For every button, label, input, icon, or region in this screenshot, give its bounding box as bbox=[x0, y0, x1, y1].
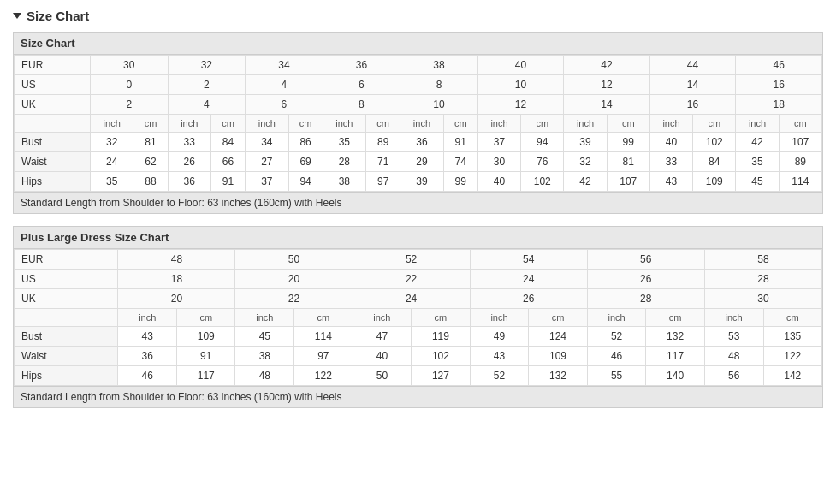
measurement-cm-2-3: 132 bbox=[529, 366, 587, 386]
us-value-7: 14 bbox=[649, 75, 736, 95]
us-value-2: 22 bbox=[353, 270, 470, 289]
measurement-inch-2-1: 48 bbox=[235, 366, 294, 386]
measurement-label-1: Waist bbox=[15, 152, 91, 172]
measurement-inch-0-4: 36 bbox=[400, 133, 443, 152]
measurement-label-1: Waist bbox=[15, 347, 118, 366]
us-row: US182022242628 bbox=[15, 270, 822, 289]
measurement-cm-2-0: 117 bbox=[177, 366, 235, 386]
measurement-inch-2-3: 38 bbox=[323, 172, 365, 192]
measurement-cm-0-0: 109 bbox=[177, 327, 235, 347]
measurement-inch-1-1: 26 bbox=[168, 152, 210, 172]
measurement-inch-1-7: 33 bbox=[649, 152, 692, 172]
measurement-inch-1-0: 36 bbox=[118, 347, 177, 366]
eur-value-6: 42 bbox=[564, 56, 650, 75]
measurement-cm-1-4: 74 bbox=[443, 152, 477, 172]
measurement-inch-2-5: 40 bbox=[477, 172, 520, 192]
measurement-cm-0-5: 94 bbox=[521, 133, 564, 152]
measurement-row-hips: Hips461174812250127521325514056142 bbox=[15, 366, 822, 386]
us-label: US bbox=[15, 270, 118, 289]
measurement-cm-0-4: 91 bbox=[443, 133, 477, 152]
measurement-cm-2-6: 107 bbox=[607, 172, 649, 192]
measurement-cm-1-5: 76 bbox=[521, 152, 564, 172]
measurement-cm-2-5: 102 bbox=[521, 172, 564, 192]
eur-value-2: 52 bbox=[353, 250, 470, 270]
measurement-label-2: Hips bbox=[15, 172, 91, 192]
measurement-cm-1-2: 69 bbox=[288, 152, 323, 172]
page-title: Size Chart bbox=[27, 9, 89, 23]
measurement-inch-0-3: 35 bbox=[323, 133, 365, 152]
measurement-cm-0-2: 119 bbox=[412, 327, 470, 347]
us-value-0: 0 bbox=[90, 75, 168, 95]
measurement-inch-2-4: 55 bbox=[587, 366, 646, 386]
uk-value-3: 26 bbox=[470, 289, 587, 309]
uk-row: UK202224262830 bbox=[15, 289, 822, 309]
uk-value-6: 14 bbox=[564, 95, 650, 115]
us-value-2: 4 bbox=[246, 75, 323, 95]
measurement-cm-0-3: 124 bbox=[529, 327, 587, 347]
eur-value-5: 58 bbox=[704, 250, 821, 270]
measurement-cm-2-7: 109 bbox=[693, 172, 736, 192]
measurement-cm-2-1: 91 bbox=[210, 172, 245, 192]
cm-header-6: cm bbox=[607, 115, 649, 133]
measurement-cm-0-1: 114 bbox=[294, 327, 353, 347]
measurement-label-0: Bust bbox=[15, 327, 118, 347]
eur-value-2: 34 bbox=[246, 56, 323, 75]
measurement-inch-1-2: 40 bbox=[353, 347, 412, 366]
measurement-label-2: Hips bbox=[15, 366, 118, 386]
measurement-inch-1-4: 29 bbox=[400, 152, 443, 172]
measurement-inch-0-5: 53 bbox=[704, 327, 763, 347]
cm-header-1: cm bbox=[294, 309, 353, 327]
measurement-row-waist: Waist3691389740102431094611748122 bbox=[15, 347, 822, 366]
eur-value-1: 32 bbox=[168, 56, 246, 75]
uk-value-0: 20 bbox=[118, 289, 235, 309]
eur-value-5: 40 bbox=[477, 56, 564, 75]
inch-header-0: inch bbox=[90, 115, 133, 133]
measurement-cm-0-4: 132 bbox=[646, 327, 704, 347]
cm-header-3: cm bbox=[529, 309, 587, 327]
inch-header-5: inch bbox=[477, 115, 520, 133]
measurement-inch-0-7: 40 bbox=[649, 133, 692, 152]
measurement-row-bust: Bust431094511447119491245213253135 bbox=[15, 327, 822, 347]
measurement-cm-2-4: 99 bbox=[443, 172, 477, 192]
measurement-inch-0-0: 32 bbox=[90, 133, 133, 152]
measurement-cm-2-2: 94 bbox=[288, 172, 323, 192]
us-value-1: 2 bbox=[168, 75, 246, 95]
uk-value-4: 10 bbox=[400, 95, 478, 115]
measurement-inch-0-0: 43 bbox=[118, 327, 177, 347]
measurement-inch-0-5: 37 bbox=[477, 133, 520, 152]
measurement-inch-0-1: 33 bbox=[168, 133, 210, 152]
measurement-cm-1-2: 102 bbox=[412, 347, 470, 366]
inch-header-4: inch bbox=[587, 309, 646, 327]
inch-header-6: inch bbox=[564, 115, 607, 133]
chevron-down-icon bbox=[13, 13, 21, 19]
measurement-inch-0-2: 47 bbox=[353, 327, 412, 347]
inch-header-7: inch bbox=[649, 115, 692, 133]
us-label: US bbox=[15, 75, 91, 95]
measurement-inch-1-4: 46 bbox=[587, 347, 646, 366]
measurement-inch-1-2: 27 bbox=[246, 152, 288, 172]
us-value-1: 20 bbox=[235, 270, 353, 289]
measurement-inch-1-8: 35 bbox=[736, 152, 779, 172]
chart-section-title-plus: Plus Large Dress Size Chart bbox=[14, 227, 822, 249]
measurement-inch-1-5: 30 bbox=[477, 152, 520, 172]
uk-value-2: 6 bbox=[246, 95, 323, 115]
cm-header-0: cm bbox=[177, 309, 235, 327]
measurement-cm-1-3: 71 bbox=[366, 152, 400, 172]
cm-header-4: cm bbox=[443, 115, 477, 133]
chart-section-plus: Plus Large Dress Size ChartEUR4850525456… bbox=[13, 226, 823, 408]
us-value-3: 24 bbox=[470, 270, 587, 289]
chart-section-standard: Size ChartEUR303234363840424446US0246810… bbox=[13, 32, 823, 214]
measurement-cm-0-6: 99 bbox=[607, 133, 649, 152]
uk-value-7: 16 bbox=[649, 95, 736, 115]
eur-row: EUR485052545658 bbox=[15, 250, 822, 270]
measurement-row-hips: Hips358836913794389739994010242107431094… bbox=[15, 172, 822, 192]
eur-value-1: 50 bbox=[235, 250, 353, 270]
eur-value-7: 44 bbox=[649, 56, 736, 75]
measurement-cm-0-2: 86 bbox=[288, 133, 323, 152]
measurement-label-0: Bust bbox=[15, 133, 91, 152]
measurement-inch-2-0: 46 bbox=[118, 366, 177, 386]
empty-label bbox=[15, 115, 91, 133]
uk-value-5: 12 bbox=[477, 95, 564, 115]
eur-value-8: 46 bbox=[736, 56, 822, 75]
size-table-standard: EUR303234363840424446US0246810121416UK24… bbox=[14, 55, 822, 192]
